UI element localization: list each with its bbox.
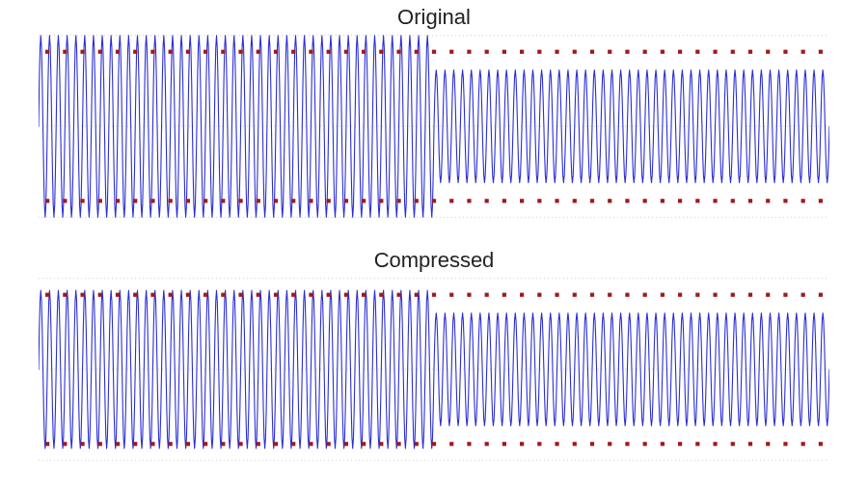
svg-rect-156 bbox=[573, 293, 577, 297]
svg-rect-65 bbox=[590, 50, 594, 54]
svg-rect-113 bbox=[186, 442, 190, 446]
svg-rect-31 bbox=[291, 50, 295, 54]
svg-rect-54 bbox=[485, 199, 489, 203]
svg-rect-47 bbox=[432, 50, 436, 54]
svg-rect-53 bbox=[485, 50, 489, 54]
svg-rect-97 bbox=[45, 442, 49, 446]
svg-rect-140 bbox=[432, 293, 436, 297]
svg-rect-133 bbox=[362, 442, 366, 446]
svg-rect-101 bbox=[80, 442, 84, 446]
svg-rect-58 bbox=[520, 199, 524, 203]
svg-rect-28 bbox=[257, 199, 260, 203]
panel-title-compressed: Compressed bbox=[39, 247, 829, 274]
svg-rect-15 bbox=[150, 50, 154, 54]
svg-rect-162 bbox=[625, 293, 629, 297]
svg-rect-30 bbox=[274, 199, 278, 203]
svg-rect-144 bbox=[467, 293, 471, 297]
svg-rect-120 bbox=[257, 293, 260, 297]
svg-rect-185 bbox=[819, 442, 823, 446]
svg-rect-68 bbox=[608, 199, 611, 203]
svg-rect-6 bbox=[63, 199, 67, 203]
svg-rect-170 bbox=[695, 293, 699, 297]
svg-rect-121 bbox=[257, 442, 260, 446]
svg-rect-132 bbox=[362, 293, 366, 297]
svg-rect-4 bbox=[45, 199, 49, 203]
svg-rect-80 bbox=[713, 199, 717, 203]
svg-rect-148 bbox=[502, 293, 506, 297]
svg-rect-5 bbox=[63, 50, 67, 54]
svg-rect-27 bbox=[257, 50, 260, 54]
svg-rect-180 bbox=[783, 293, 787, 297]
svg-rect-146 bbox=[485, 293, 489, 297]
svg-rect-131 bbox=[344, 442, 348, 446]
svg-rect-142 bbox=[449, 293, 453, 297]
svg-rect-70 bbox=[625, 199, 629, 203]
svg-rect-118 bbox=[238, 293, 242, 297]
svg-rect-35 bbox=[327, 50, 331, 54]
svg-rect-36 bbox=[327, 199, 331, 203]
svg-rect-127 bbox=[309, 442, 312, 446]
svg-rect-109 bbox=[150, 442, 154, 446]
svg-rect-138 bbox=[415, 293, 419, 297]
svg-rect-50 bbox=[449, 199, 453, 203]
svg-rect-105 bbox=[116, 442, 120, 446]
svg-rect-66 bbox=[590, 199, 594, 203]
svg-rect-163 bbox=[625, 442, 629, 446]
svg-rect-184 bbox=[819, 293, 823, 297]
svg-rect-114 bbox=[203, 293, 207, 297]
svg-rect-62 bbox=[555, 199, 558, 203]
svg-rect-152 bbox=[537, 293, 541, 297]
panel-title-original: Original bbox=[39, 4, 829, 31]
svg-rect-14 bbox=[133, 199, 137, 203]
svg-rect-119 bbox=[238, 442, 242, 446]
svg-rect-38 bbox=[344, 199, 348, 203]
svg-rect-56 bbox=[502, 199, 506, 203]
svg-rect-166 bbox=[661, 293, 665, 297]
svg-rect-96 bbox=[45, 293, 49, 297]
svg-rect-153 bbox=[537, 442, 541, 446]
svg-rect-77 bbox=[695, 50, 699, 54]
svg-rect-107 bbox=[133, 442, 137, 446]
svg-rect-12 bbox=[116, 199, 120, 203]
svg-rect-43 bbox=[396, 50, 400, 54]
svg-rect-130 bbox=[344, 293, 348, 297]
svg-rect-115 bbox=[203, 442, 207, 446]
svg-rect-45 bbox=[415, 50, 419, 54]
svg-rect-102 bbox=[98, 293, 102, 297]
svg-rect-122 bbox=[274, 293, 278, 297]
svg-rect-72 bbox=[643, 199, 647, 203]
svg-rect-51 bbox=[467, 50, 471, 54]
svg-rect-173 bbox=[713, 442, 717, 446]
svg-rect-71 bbox=[643, 50, 647, 54]
svg-rect-85 bbox=[766, 50, 770, 54]
svg-rect-106 bbox=[133, 293, 137, 297]
svg-rect-82 bbox=[731, 199, 735, 203]
svg-rect-13 bbox=[133, 50, 137, 54]
svg-rect-143 bbox=[449, 442, 453, 446]
svg-rect-179 bbox=[766, 442, 770, 446]
svg-rect-60 bbox=[537, 199, 541, 203]
svg-rect-92 bbox=[819, 199, 823, 203]
svg-rect-110 bbox=[169, 293, 173, 297]
svg-rect-41 bbox=[379, 50, 383, 54]
svg-rect-176 bbox=[748, 293, 752, 297]
svg-rect-34 bbox=[309, 199, 312, 203]
svg-rect-98 bbox=[63, 293, 67, 297]
svg-rect-181 bbox=[783, 442, 787, 446]
svg-rect-108 bbox=[150, 293, 154, 297]
svg-rect-24 bbox=[221, 199, 225, 203]
svg-rect-25 bbox=[238, 50, 242, 54]
svg-rect-100 bbox=[80, 293, 84, 297]
svg-rect-167 bbox=[661, 442, 665, 446]
svg-rect-84 bbox=[748, 199, 752, 203]
svg-rect-151 bbox=[520, 442, 524, 446]
svg-rect-164 bbox=[643, 293, 647, 297]
svg-rect-159 bbox=[590, 442, 594, 446]
svg-rect-17 bbox=[169, 50, 173, 54]
svg-rect-178 bbox=[766, 293, 770, 297]
svg-rect-22 bbox=[203, 199, 207, 203]
panel-original: Original bbox=[39, 4, 829, 222]
svg-rect-91 bbox=[819, 50, 823, 54]
svg-rect-168 bbox=[678, 293, 682, 297]
svg-rect-18 bbox=[169, 199, 173, 203]
